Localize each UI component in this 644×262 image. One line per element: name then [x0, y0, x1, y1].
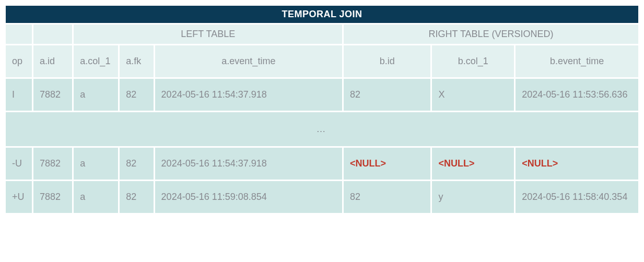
header-aet: a.event_time	[155, 45, 343, 77]
cell-bet-value: 2024-05-16 11:58:40.354	[522, 192, 627, 202]
cell-bid: 82	[344, 181, 430, 213]
cell-afk: 82	[120, 148, 153, 180]
cell-acol: a	[74, 181, 118, 213]
cell-bet-value: 2024-05-16 11:53:56.636	[522, 89, 627, 100]
cell-bcol: <NULL>	[432, 148, 514, 180]
cell-aid: 7882	[33, 79, 72, 111]
table-row: I 7882 a 82 2024-05-16 11:54:37.918 82 X…	[6, 79, 638, 111]
cell-afk: 82	[120, 181, 153, 213]
header-row: op a.id a.col_1 a.fk a.event_time b.id b…	[6, 45, 638, 77]
cell-op: +U	[6, 181, 32, 213]
cell-aet: 2024-05-16 11:54:37.918	[155, 148, 343, 180]
cell-afk: 82	[120, 79, 153, 111]
cell-bet-value: <NULL>	[522, 158, 558, 169]
cell-aid: 7882	[33, 181, 72, 213]
cell-bid-value: 82	[350, 89, 360, 100]
cell-bcol-value: <NULL>	[438, 158, 474, 169]
cell-bet: 2024-05-16 11:58:40.354	[516, 181, 638, 213]
cell-bcol: y	[432, 181, 514, 213]
table-title: TEMPORAL JOIN	[6, 6, 638, 23]
cell-bid: 82	[344, 79, 430, 111]
header-bet: b.event_time	[516, 45, 638, 77]
cell-bid-value: <NULL>	[350, 158, 386, 169]
ellipsis-row: …	[6, 112, 638, 146]
section-blank-1	[6, 25, 32, 44]
cell-bcol-value: X	[438, 89, 444, 100]
header-op: op	[6, 45, 32, 77]
cell-bet: <NULL>	[516, 148, 638, 180]
cell-acol: a	[74, 79, 118, 111]
temporal-join-table-wrapper: TEMPORAL JOIN LEFT TABLE RIGHT TABLE (VE…	[4, 4, 640, 215]
header-aid: a.id	[33, 45, 72, 77]
temporal-join-table: TEMPORAL JOIN LEFT TABLE RIGHT TABLE (VE…	[4, 4, 640, 215]
cell-acol: a	[74, 148, 118, 180]
header-bid: b.id	[344, 45, 430, 77]
section-blank-2	[33, 25, 72, 44]
section-row: LEFT TABLE RIGHT TABLE (VERSIONED)	[6, 25, 638, 44]
header-bcol: b.col_1	[432, 45, 514, 77]
cell-aet: 2024-05-16 11:54:37.918	[155, 79, 343, 111]
cell-bid: <NULL>	[344, 148, 430, 180]
cell-bcol-value: y	[438, 192, 443, 202]
section-left-label: LEFT TABLE	[74, 25, 342, 44]
cell-bcol: X	[432, 79, 514, 111]
cell-op: I	[6, 79, 32, 111]
cell-aet: 2024-05-16 11:59:08.854	[155, 181, 343, 213]
table-row: +U 7882 a 82 2024-05-16 11:59:08.854 82 …	[6, 181, 638, 213]
table-row: -U 7882 a 82 2024-05-16 11:54:37.918 <NU…	[6, 148, 638, 180]
cell-bid-value: 82	[350, 192, 360, 202]
section-right-label: RIGHT TABLE (VERSIONED)	[344, 25, 638, 44]
header-afk: a.fk	[120, 45, 153, 77]
ellipsis-cell: …	[6, 112, 638, 146]
title-row: TEMPORAL JOIN	[6, 6, 638, 23]
header-acol: a.col_1	[74, 45, 118, 77]
cell-op: -U	[6, 148, 32, 180]
cell-aid: 7882	[33, 148, 72, 180]
cell-bet: 2024-05-16 11:53:56.636	[516, 79, 638, 111]
